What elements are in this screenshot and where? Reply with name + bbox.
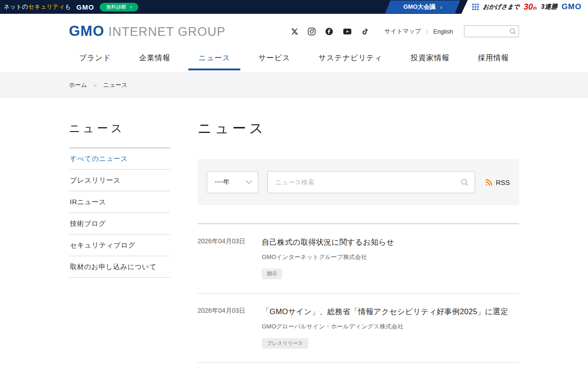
anniversary-text: 3連勝 [541, 3, 558, 11]
breadcrumb-current: ニュース [103, 81, 128, 89]
gmo-internet-group-logo[interactable]: GMO INTERNET GROUP [69, 23, 226, 40]
tiktok-icon[interactable] [361, 27, 369, 36]
nav-item-sustainability[interactable]: サステナビリティ [308, 49, 392, 70]
nav-item-ir[interactable]: 投資家情報 [401, 49, 460, 70]
breadcrumb-separator-icon: ＞ [93, 82, 98, 89]
anniversary-prefix: おかげさまで [483, 3, 520, 11]
site-header: GMO INTERNET GROUP サイトマップ | English [69, 14, 519, 49]
free-diagnosis-label: 無料診断 [106, 4, 126, 11]
sidebar-item-media-inquiry[interactable]: 取材のお申し込みについて [69, 256, 170, 278]
logo-gmo-text: GMO [69, 23, 104, 40]
sidebar-item-press-release[interactable]: プレスリリース [69, 170, 170, 191]
security-promo-text-highlight: セキュリティ [28, 3, 65, 10]
news-date: 2026年04月03日 [198, 305, 262, 349]
sidebar-item-all-news[interactable]: すべてのニュース [69, 148, 170, 170]
sidebar-item-ir-news[interactable]: IRニュース [69, 191, 170, 213]
news-filter-box: ----年 RSS [198, 159, 519, 205]
rss-label: RSS [496, 178, 510, 186]
promo-topbar: ネットのセキュリティも GMO 無料診断› GMO大会議› おかげさまで 30t… [0, 0, 588, 14]
search-icon[interactable] [509, 28, 516, 37]
sidebar-item-security-blog[interactable]: セキュリティブログ [69, 235, 170, 256]
gmo-conference-link[interactable]: GMO大会議› [385, 0, 460, 13]
news-title-link[interactable]: 自己株式の取得状況に関するお知らせ [262, 236, 519, 248]
youtube-icon[interactable] [342, 27, 352, 36]
search-icon[interactable] [460, 178, 469, 188]
year-select-value: ----年 [215, 178, 230, 186]
news-company: GMOグローバルサイン・ホールディングス株式会社 [262, 322, 519, 331]
rss-icon [485, 178, 493, 186]
apps-grid-icon[interactable] [472, 4, 479, 10]
nav-item-corporate[interactable]: 企業情報 [129, 49, 181, 70]
gmo-logo-topbar: GMO [76, 3, 94, 11]
sidebar-title: ニュース [69, 121, 170, 136]
breadcrumb-bar: ホーム ＞ ニュース [0, 72, 588, 98]
security-promo-text-pre: ネットの [4, 3, 28, 10]
news-sidebar: ニュース すべてのニュース プレスリリース IRニュース 技術ブログ セキュリテ… [69, 119, 170, 368]
news-category-tag: 開示 [262, 269, 282, 279]
page-title: ニュース [198, 119, 519, 138]
chevron-down-icon [246, 180, 252, 184]
logo-internet-group-text: INTERNET GROUP [108, 25, 226, 39]
security-promo: ネットのセキュリティも GMO 無料診断› [0, 3, 138, 12]
arrow-right-icon: › [440, 4, 442, 11]
social-links [291, 27, 369, 36]
news-list: 2026年04月03日 自己株式の取得状況に関するお知らせ GMOインターネット… [198, 224, 519, 368]
global-nav: ブランド 企業情報 ニュース サービス サステナビリティ 投資家情報 採用情報 [69, 49, 519, 70]
security-promo-text-post: も [65, 3, 71, 10]
news-main: ニュース ----年 RSS 2026年04月03日 自己株式の取得状況に関する… [198, 119, 519, 368]
sidebar-item-tech-blog[interactable]: 技術ブログ [69, 213, 170, 235]
news-list-item: 2026年04月03日 「GMOサイン」、総務省「情報アクセシビリティ好事例20… [198, 293, 519, 363]
news-company: GMOインターネットグループ株式会社 [262, 253, 519, 261]
rss-link[interactable]: RSS [485, 178, 510, 186]
news-date: 2026年04月03日 [198, 236, 262, 279]
security-promo-text: ネットのセキュリティも [4, 3, 71, 11]
x-twitter-icon[interactable] [291, 28, 299, 35]
news-search-input[interactable] [267, 171, 475, 193]
gmo-logo-topbar-right[interactable]: GMO [561, 2, 582, 12]
nav-item-news[interactable]: ニュース [188, 49, 240, 70]
year-select[interactable]: ----年 [207, 171, 258, 193]
news-list-item: 2026年04月03日 AI時代を背景に「深く考える趣味」「リアルな感動体験」へ… [198, 363, 519, 368]
nav-item-brand[interactable]: ブランド [69, 49, 121, 70]
news-list-item: 2026年04月03日 自己株式の取得状況に関するお知らせ GMOインターネット… [198, 224, 519, 293]
news-category-tag: プレスリリース [262, 338, 308, 349]
breadcrumb: ホーム ＞ ニュース [69, 72, 519, 98]
sitemap-link[interactable]: サイトマップ [384, 27, 421, 35]
arrow-right-icon: › [130, 4, 132, 10]
util-divider: | [427, 29, 428, 34]
news-title-link[interactable]: 「GMOサイン」、総務省「情報アクセシビリティ好事例2025」に選定 [262, 305, 519, 318]
gmo-conference-label: GMO大会議 [403, 3, 435, 11]
free-diagnosis-button[interactable]: 無料診断› [100, 3, 138, 12]
facebook-icon[interactable] [325, 27, 334, 36]
nav-item-recruit[interactable]: 採用情報 [468, 49, 519, 70]
instagram-icon[interactable] [307, 27, 316, 36]
anniversary-banner: おかげさまで 30th 3連勝 GMO [461, 0, 588, 14]
english-link[interactable]: English [433, 28, 453, 35]
breadcrumb-home-link[interactable]: ホーム [69, 81, 87, 89]
anniversary-30th: 30th [524, 2, 537, 12]
nav-item-service[interactable]: サービス [249, 49, 300, 70]
